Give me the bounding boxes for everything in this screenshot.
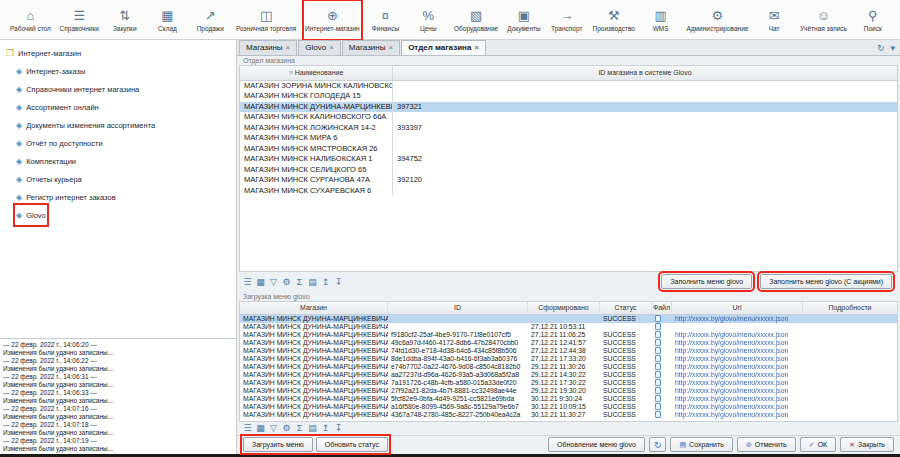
file-icon[interactable]: [655, 395, 661, 402]
fill-menu-button[interactable]: Заполнить меню glovo (С акциями): [760, 274, 892, 289]
import-icon[interactable]: ↧: [332, 277, 345, 287]
menu-url-link[interactable]: http://xxxxx.by/glovo/menu/xxxxx.json: [675, 339, 788, 346]
toolbar-item[interactable]: ⌂ Рабочий стол: [10, 2, 51, 38]
filter-icon[interactable]: ▽: [267, 423, 280, 433]
toolbar-item[interactable]: ☰ Справочники: [60, 2, 99, 38]
shop-row[interactable]: МАГАЗИН МИНСК СУРГАНОВА 47А 392120: [240, 175, 897, 186]
sidebar-item[interactable]: ◈ Интернет-заказы: [16, 62, 85, 80]
toolbar-item[interactable]: % Цены: [411, 2, 445, 38]
upload-row[interactable]: МАГАЗИН МИНСК ДУНИНА-МАРЦИНКЕВИЧА 11 aa2…: [240, 371, 897, 379]
export-icon[interactable]: ↥: [319, 423, 332, 433]
menu-url-link[interactable]: http://xxxxx.by/glovo/menu/xxxxx.json: [675, 347, 788, 354]
shop-row[interactable]: МАГАЗИН МИНСК СУХАРЕВСКАЯ 6: [240, 186, 897, 197]
menu-url-link[interactable]: http://xxxxx.by/glovo/menu/xxxxx.json: [675, 395, 788, 402]
ok-button[interactable]: ✓ОК: [800, 437, 836, 452]
shop-row[interactable]: МАГАЗИН МИНСК МИРА 6: [240, 133, 897, 144]
file-icon[interactable]: [655, 411, 661, 418]
shop-row[interactable]: МАГАЗИН ЗОРИНА МИНСК КАЛИНОВСКОГО 46: [240, 81, 897, 92]
column-header-details[interactable]: Подробности: [803, 302, 897, 314]
menu-url-link[interactable]: http://xxxxx.by/glovo/menu/xxxxx.json: [675, 379, 788, 386]
upload-row[interactable]: МАГАЗИН МИНСК ДУНИНА-МАРЦИНКЕВИЧА 11 74f…: [240, 347, 897, 355]
menu-url-link[interactable]: http://xxxxx.by/glovo/menu/xxxxx.json: [675, 315, 788, 322]
file-icon[interactable]: [655, 355, 661, 362]
file-icon[interactable]: [655, 379, 661, 386]
file-icon[interactable]: [655, 323, 661, 330]
sidebar-item[interactable]: ◈ Отчеты курьера: [16, 170, 82, 188]
sum-icon[interactable]: Σ: [293, 277, 306, 287]
upload-row[interactable]: МАГАЗИН МИНСК ДУНИНА-МАРЦИНКЕВИЧА 11 7a1…: [240, 379, 897, 387]
column-header-url[interactable]: Url: [672, 302, 803, 314]
file-icon[interactable]: [655, 371, 661, 378]
refresh-button[interactable]: ↻: [649, 437, 667, 452]
columns-icon[interactable]: ▤: [306, 277, 319, 287]
sidebar-item[interactable]: ◈ Документы изменения ассортимента: [16, 116, 155, 134]
column-header-shop[interactable]: Магазин: [240, 302, 388, 314]
menu-url-link[interactable]: http://xxxxx.by/glovo/menu/xxxxx.json: [675, 363, 788, 370]
sidebar-item[interactable]: ◈ Glovo: [16, 206, 46, 224]
file-icon[interactable]: [655, 331, 661, 338]
sidebar-item[interactable]: ◈ Ассортимент онлайн: [16, 98, 99, 116]
menu-url-link[interactable]: http://xxxxx.by/glovo/menu/xxxxx.json: [675, 387, 788, 394]
file-icon[interactable]: [655, 339, 661, 346]
save-button[interactable]: ▤Сохранить: [670, 437, 732, 452]
column-header-id[interactable]: ID: [388, 302, 528, 314]
columns-icon[interactable]: ▤: [306, 423, 319, 433]
upload-action-button[interactable]: Обновить статус: [316, 437, 388, 452]
upload-row[interactable]: МАГАЗИН МИНСК ДУНИНА-МАРЦИНКЕВИЧА 11 8de…: [240, 355, 897, 363]
file-icon[interactable]: [655, 315, 661, 322]
close-button[interactable]: ✕Закрыть: [840, 437, 894, 452]
shop-row[interactable]: МАГАЗИН МИНСК КАЛИНОВСКОГО 66А: [240, 112, 897, 123]
grid-view-icon[interactable]: ▦: [254, 277, 267, 287]
shop-row[interactable]: МАГАЗИН МИНСК ДУНИНА-МАРЦИНКЕВИЧА 11 397…: [240, 102, 897, 113]
update-menu-button[interactable]: Обновление меню glovo: [548, 437, 645, 452]
upload-row[interactable]: МАГАЗИН МИНСК ДУНИНА-МАРЦИНКЕВИЧА 11 e74…: [240, 363, 897, 371]
upload-row[interactable]: МАГАЗИН МИНСК ДУНИНА-МАРЦИНКЕВИЧА 11 49c…: [240, 339, 897, 347]
tab-close-icon[interactable]: ×: [286, 43, 291, 52]
file-icon[interactable]: [655, 363, 661, 370]
upload-row[interactable]: МАГАЗИН МИНСК ДУНИНА-МАРЦИНКЕВИЧА 11 27f…: [240, 387, 897, 395]
shop-row[interactable]: МАГАЗИН МИНСК МЯСТРОВСКАЯ 26: [240, 144, 897, 155]
tab[interactable]: Магазины ×: [239, 40, 297, 55]
sidebar-item[interactable]: ◈ Справочники интернет магазина: [16, 80, 139, 98]
upload-row[interactable]: МАГАЗИН МИНСК ДУНИНА-МАРЦИНКЕВИЧА 11 a16…: [240, 403, 897, 411]
sidebar-root-item[interactable]: ❐ Интернет-магазин: [6, 44, 81, 62]
sidebar-item[interactable]: ◈ Отчёт по доступности: [16, 134, 103, 152]
toolbar-item[interactable]: ✉ Чат: [757, 2, 791, 38]
file-icon[interactable]: [655, 347, 661, 354]
toolbar-item[interactable]: ⊕ Интернет-магазин: [305, 2, 360, 38]
upload-action-button[interactable]: Загрузить меню: [243, 437, 313, 452]
column-header-file[interactable]: Файл: [652, 302, 672, 314]
window-menu-icon[interactable]: ▾: [887, 43, 898, 55]
import-icon[interactable]: ↧: [332, 423, 345, 433]
shop-row[interactable]: МАГАЗИН МИНСК ЛОЖИНСКАЯ 14-2 393397: [240, 123, 897, 134]
cancel-button[interactable]: ⊘Отменить: [737, 437, 796, 452]
upload-row[interactable]: МАГАЗИН МИНСК ДУНИНА-МАРЦИНКЕВИЧА 11 436…: [240, 411, 897, 419]
toolbar-item[interactable]: ◫ Розничная торговля: [236, 2, 296, 38]
menu-url-link[interactable]: http://xxxxx.by/glovo/menu/xxxxx.json: [675, 411, 788, 418]
column-header-glovo-id[interactable]: ID магазина в системе Glovo: [393, 66, 897, 80]
toolbar-item[interactable]: ▣ Документы: [507, 2, 541, 38]
column-header-name[interactable]: ≡Наименование: [240, 66, 393, 80]
upload-row[interactable]: МАГАЗИН МИНСК ДУНИНА-МАРЦИНКЕВИЧА 11 27.…: [240, 323, 897, 331]
toolbar-item[interactable]: ⚒ Производство: [593, 2, 635, 38]
tab[interactable]: Отдел магазина ×: [401, 40, 486, 55]
sidebar-item[interactable]: ◈ Регистр интернет заказов: [16, 188, 116, 206]
menu-url-link[interactable]: http://xxxxx.by/glovo/menu/xxxxx.json: [675, 331, 788, 338]
tab-close-icon[interactable]: ×: [329, 43, 334, 52]
export-icon[interactable]: ↥: [319, 277, 332, 287]
gear-icon[interactable]: ⚙: [280, 277, 293, 287]
filter-icon[interactable]: ▽: [267, 277, 280, 287]
refresh-icon[interactable]: ↻: [874, 43, 888, 55]
toolbar-item[interactable]: ▥ WMS: [644, 2, 678, 38]
toolbar-item[interactable]: ⇅ Закупки: [108, 2, 142, 38]
list-settings-icon[interactable]: ☰: [241, 423, 254, 433]
toolbar-item[interactable]: ▦ Склад: [151, 2, 185, 38]
grid-view-icon[interactable]: ▦: [254, 423, 267, 433]
sidebar-item[interactable]: ◈ Комплектации: [16, 152, 76, 170]
tab-close-icon[interactable]: ×: [388, 43, 393, 52]
upload-row[interactable]: МАГАЗИН МИНСК ДУНИНА-МАРЦИНКЕВИЧА 11 5fc…: [240, 395, 897, 403]
tab-close-icon[interactable]: ×: [474, 43, 479, 52]
tab[interactable]: Магазины ×: [342, 40, 400, 55]
list-settings-icon[interactable]: ☰: [241, 277, 254, 287]
column-header-status[interactable]: Статус: [600, 302, 652, 314]
